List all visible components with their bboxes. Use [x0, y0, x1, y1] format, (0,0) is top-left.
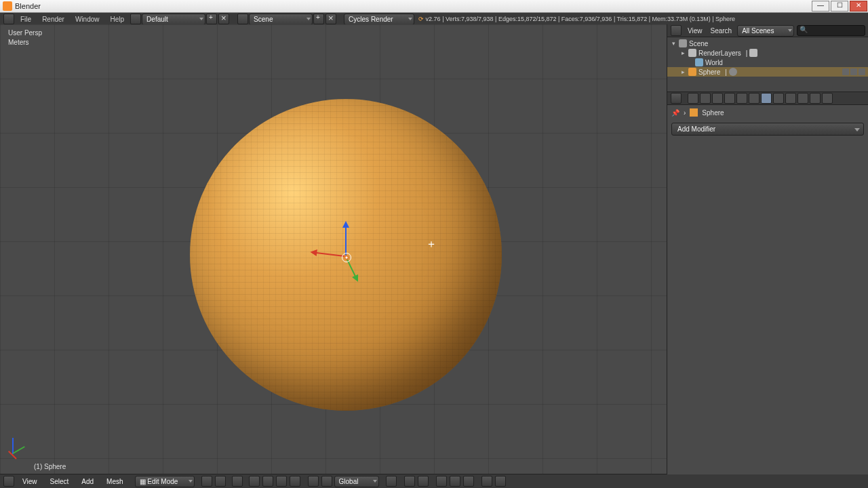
tab-render-icon[interactable] [688, 93, 698, 104]
proportional-edit-icon[interactable] [404, 476, 415, 487]
orientation-dropdown[interactable]: Global [334, 476, 379, 487]
menu-window[interactable]: Window [70, 14, 105, 24]
viewport-info-overlay: User Persp Meters [8, 28, 42, 47]
material-slot-icon [729, 68, 737, 76]
manipulator-toggle-icon[interactable] [308, 476, 319, 487]
select-face-icon[interactable] [276, 476, 287, 487]
scene-dropdown[interactable]: Scene [249, 14, 313, 25]
tab-scene-icon[interactable] [712, 93, 723, 104]
tab-constraints-icon[interactable] [749, 93, 760, 104]
outliner[interactable]: ▾ Scene ▸ RenderLayers | World ▸ Sphere … [667, 37, 868, 92]
menu-file[interactable]: File [15, 14, 37, 24]
3d-cursor-icon: ＋ [426, 237, 437, 251]
blender-icon [3, 1, 12, 11]
outliner-search-input[interactable]: 🔍 [797, 25, 865, 36]
visibility-toggle[interactable] [842, 68, 849, 75]
properties-editor-icon[interactable] [671, 93, 682, 104]
tab-particles-icon[interactable] [810, 93, 821, 104]
3dview-editor-icon[interactable] [3, 476, 14, 487]
renderlayer-child-icon [749, 49, 757, 57]
scene-add-button[interactable] [313, 14, 324, 24]
pivot-point-icon[interactable] [232, 476, 243, 487]
tree-row-renderlayers[interactable]: ▸ RenderLayers | [667, 48, 868, 58]
layout-remove-button[interactable] [218, 14, 229, 24]
properties-breadcrumb: 📌 › Sphere [667, 105, 868, 120]
tab-object-icon[interactable] [736, 93, 747, 104]
tab-renderlayers-icon[interactable] [700, 93, 711, 104]
add-modifier-button[interactable]: Add Modifier [671, 123, 864, 136]
tab-physics-icon[interactable] [822, 93, 833, 104]
gizmo-origin-icon [342, 253, 351, 262]
outliner-search-menu[interactable]: Search [708, 26, 735, 36]
tab-world-icon[interactable] [724, 93, 735, 104]
limit-selection-icon[interactable] [290, 476, 300, 487]
gizmo-x-arrow[interactable] [312, 251, 344, 257]
tree-row-sphere[interactable]: ▸ Sphere | [667, 67, 868, 77]
opengl-render-icon[interactable] [481, 476, 492, 487]
header-stats: ⟳ v2.76 | Verts:7,938/7,938 | Edges:15,8… [418, 16, 735, 22]
proportional-falloff-icon[interactable] [418, 476, 429, 487]
3d-viewport[interactable]: ＋ User Persp Meters (1) Sphere [0, 24, 667, 474]
tab-texture-icon[interactable] [797, 93, 808, 104]
tree-row-world[interactable]: World [667, 58, 868, 67]
maximize-button[interactable]: ☐ [831, 1, 848, 12]
menu-select[interactable]: Select [45, 476, 75, 487]
outliner-view-menu[interactable]: View [685, 26, 705, 36]
opengl-anim-icon[interactable] [495, 476, 506, 487]
outliner-header: View Search All Scenes 🔍 [667, 24, 868, 37]
menu-render[interactable]: Render [37, 14, 70, 24]
manipulator-translate-icon[interactable] [321, 476, 332, 487]
outliner-filter-dropdown[interactable]: All Scenes [737, 25, 794, 37]
scene-remove-button[interactable] [326, 14, 336, 24]
window-title: Blender [15, 2, 41, 10]
tree-row-scene[interactable]: ▾ Scene [667, 39, 868, 48]
mesh-object-icon [688, 68, 696, 76]
layout-dropdown[interactable]: Default [142, 14, 205, 25]
snap-target-icon[interactable] [463, 476, 474, 487]
mode-dropdown[interactable]: ▦ Edit Mode [135, 476, 195, 487]
layout-add-button[interactable] [206, 14, 217, 24]
axis-mini-icon [5, 432, 33, 460]
snap-toggle-icon[interactable] [436, 476, 447, 487]
properties-header [667, 92, 868, 105]
active-object-label: (1) Sphere [34, 463, 66, 470]
crumb-object-icon [690, 108, 698, 117]
transform-gizmo[interactable] [312, 223, 380, 291]
chevron-right-icon: › [684, 109, 686, 117]
selectable-toggle[interactable] [850, 68, 857, 75]
3dview-header: View Select Add Mesh ▦ Edit Mode Global [0, 474, 667, 488]
properties-empty-area [667, 138, 868, 474]
tab-material-icon[interactable] [785, 93, 796, 104]
renderlayers-icon [688, 49, 696, 57]
shading-wire-icon[interactable] [215, 476, 226, 487]
menu-help[interactable]: Help [105, 14, 130, 24]
scene-icon [679, 39, 687, 47]
tab-data-icon[interactable] [773, 93, 784, 104]
world-icon [695, 58, 703, 66]
outliner-editor-icon[interactable] [671, 25, 682, 36]
scene-icon[interactable] [237, 14, 248, 24]
layout-prev-icon[interactable] [130, 14, 141, 24]
snap-element-icon[interactable] [450, 476, 460, 487]
menu-mesh[interactable]: Mesh [101, 476, 128, 487]
menu-view[interactable]: View [17, 476, 43, 487]
tab-modifiers-icon[interactable] [761, 93, 772, 104]
os-titlebar: Blender — ☐ ✕ [0, 0, 868, 13]
gizmo-z-arrow[interactable] [345, 223, 347, 256]
select-edge-icon[interactable] [262, 476, 273, 487]
shading-solid-icon[interactable] [201, 476, 212, 487]
close-button[interactable]: ✕ [850, 1, 867, 12]
select-vertex-icon[interactable] [249, 476, 260, 487]
menu-add[interactable]: Add [76, 476, 99, 487]
render-toggle[interactable] [859, 68, 865, 75]
pin-icon[interactable]: 📌 [671, 109, 679, 117]
editor-type-icon[interactable] [3, 14, 14, 24]
minimize-button[interactable]: — [812, 1, 829, 12]
render-engine-dropdown[interactable]: Cycles Render [344, 14, 414, 25]
layers-icon[interactable] [386, 476, 397, 487]
